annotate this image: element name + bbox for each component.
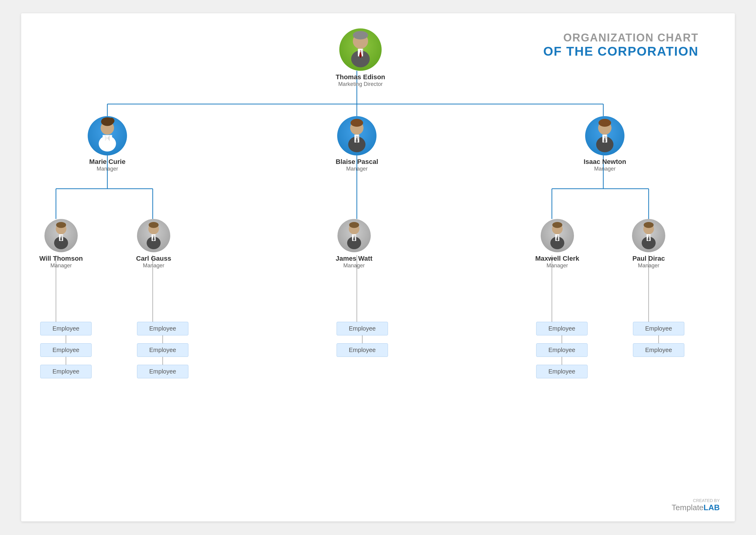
- marie-name: Marie Curie: [89, 158, 126, 166]
- emp-carl-3: Employee: [137, 365, 188, 378]
- emp-carl-2: Employee: [137, 343, 188, 357]
- paul-role: Manager: [632, 263, 665, 269]
- emp-connector: [562, 335, 562, 343]
- emp-connector: [562, 357, 562, 365]
- node-marie-curie: Marie Curie Manager: [88, 116, 127, 172]
- blaise-figure-icon: [337, 116, 377, 155]
- isaac-name: Isaac Newton: [584, 158, 626, 166]
- emp-list-carl: Employee Employee Employee: [137, 322, 188, 378]
- node-isaac-newton: Isaac Newton Manager: [584, 116, 626, 172]
- emp-maxwell-2: Employee: [536, 343, 588, 357]
- avatar-isaac: [585, 116, 625, 155]
- emp-maxwell-3: Employee: [536, 365, 588, 378]
- will-figure-icon: [44, 219, 78, 252]
- svg-point-20: [353, 31, 368, 39]
- maxwell-role: Manager: [535, 263, 579, 269]
- node-carl-gauss: Carl Gauss Manager: [136, 219, 171, 269]
- node-blaise-pascal: Blaise Pascal Manager: [336, 116, 378, 172]
- ceo-figure-icon: [339, 28, 382, 71]
- watermark: CREATED BY TemplateLAB: [672, 498, 720, 512]
- carl-name: Carl Gauss: [136, 255, 171, 263]
- blaise-role: Manager: [336, 166, 378, 172]
- ceo-label: Thomas Edison Marketing Director: [336, 73, 385, 87]
- title-line2: OF THE CORPORATION: [543, 44, 699, 59]
- connector-lines: [21, 13, 735, 521]
- emp-will-1: Employee: [40, 322, 92, 335]
- org-chart-page: ORGANIZATION CHART OF THE CORPORATION: [21, 13, 735, 521]
- emp-list-james: Employee Employee: [337, 322, 388, 357]
- avatar-maxwell: [541, 219, 574, 252]
- emp-connector: [66, 357, 66, 365]
- carl-figure-icon: [137, 219, 170, 252]
- ceo-name: Thomas Edison: [336, 73, 385, 81]
- avatar-james: [337, 219, 371, 252]
- maxwell-name: Maxwell Clerk: [535, 255, 579, 263]
- watermark-lab: LAB: [704, 503, 720, 512]
- node-maxwell-clerk: Maxwell Clerk Manager: [535, 219, 579, 269]
- svg-point-34: [351, 119, 363, 127]
- node-james-watt: James Watt Manager: [336, 219, 372, 269]
- marie-role: Manager: [89, 166, 126, 172]
- emp-list-maxwell: Employee Employee Employee: [536, 322, 588, 378]
- blaise-label: Blaise Pascal Manager: [336, 158, 378, 172]
- svg-point-48: [56, 222, 66, 228]
- emp-james-2: Employee: [337, 343, 388, 357]
- james-figure-icon: [337, 219, 371, 252]
- emp-connector: [162, 357, 163, 365]
- avatar-carl: [137, 219, 170, 252]
- emp-paul-2: Employee: [633, 343, 684, 357]
- avatar-paul: [632, 219, 665, 252]
- svg-point-76: [644, 222, 654, 228]
- paul-label: Paul Dirac Manager: [632, 255, 665, 269]
- isaac-label: Isaac Newton Manager: [584, 158, 626, 172]
- svg-point-62: [349, 222, 359, 228]
- watermark-template: Template: [672, 503, 704, 512]
- james-label: James Watt Manager: [336, 255, 372, 269]
- avatar-blaise: [337, 116, 377, 155]
- svg-point-41: [599, 119, 611, 127]
- emp-connector: [362, 335, 363, 343]
- title-line1: ORGANIZATION CHART: [543, 31, 699, 44]
- will-name: Will Thomson: [39, 255, 83, 263]
- emp-connector: [66, 335, 66, 343]
- james-name: James Watt: [336, 255, 372, 263]
- will-label: Will Thomson Manager: [39, 255, 83, 269]
- node-will-thomson: Will Thomson Manager: [39, 219, 83, 269]
- ceo-role: Marketing Director: [336, 81, 385, 87]
- emp-will-3: Employee: [40, 365, 92, 378]
- maxwell-figure-icon: [541, 219, 574, 252]
- emp-connector: [658, 335, 659, 343]
- will-role: Manager: [39, 263, 83, 269]
- svg-rect-30: [102, 135, 112, 143]
- maxwell-label: Maxwell Clerk Manager: [535, 255, 579, 269]
- svg-point-69: [552, 222, 562, 228]
- avatar-ceo: [339, 28, 382, 71]
- james-role: Manager: [336, 263, 372, 269]
- node-ceo: Thomas Edison Marketing Director: [336, 28, 385, 87]
- carl-role: Manager: [136, 263, 171, 269]
- avatar-will: [44, 219, 78, 252]
- emp-will-2: Employee: [40, 343, 92, 357]
- emp-carl-1: Employee: [137, 322, 188, 335]
- paul-figure-icon: [632, 219, 665, 252]
- blaise-name: Blaise Pascal: [336, 158, 378, 166]
- node-paul-dirac: Paul Dirac Manager: [632, 219, 665, 269]
- avatar-marie: [88, 116, 127, 155]
- emp-connector: [162, 335, 163, 343]
- isaac-figure-icon: [585, 116, 625, 155]
- emp-james-1: Employee: [337, 322, 388, 335]
- svg-point-28: [108, 118, 115, 124]
- emp-list-will: Employee Employee Employee: [40, 322, 92, 378]
- emp-maxwell-1: Employee: [536, 322, 588, 335]
- isaac-role: Manager: [584, 166, 626, 172]
- svg-point-55: [149, 222, 159, 228]
- emp-list-paul: Employee Employee: [633, 322, 684, 357]
- marie-figure-icon: [88, 116, 127, 155]
- carl-label: Carl Gauss Manager: [136, 255, 171, 269]
- chart-title: ORGANIZATION CHART OF THE CORPORATION: [543, 31, 699, 59]
- marie-label: Marie Curie Manager: [89, 158, 126, 172]
- watermark-created: CREATED BY: [672, 498, 720, 503]
- paul-name: Paul Dirac: [632, 255, 665, 263]
- emp-paul-1: Employee: [633, 322, 684, 335]
